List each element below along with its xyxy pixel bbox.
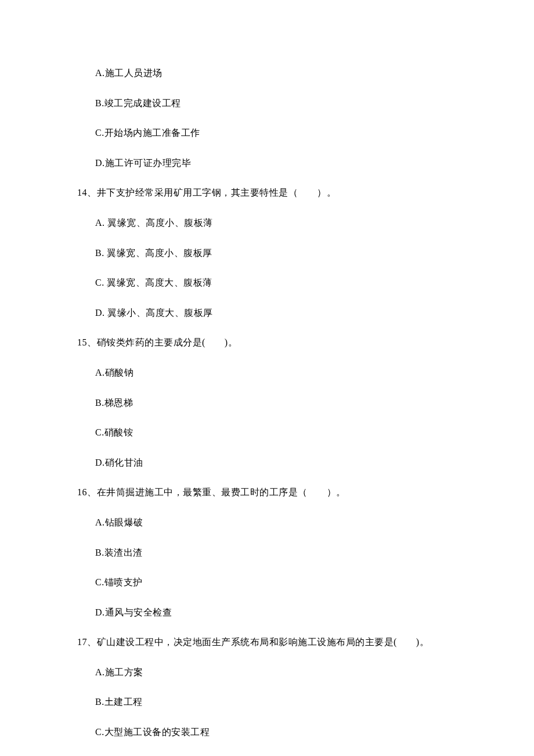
q14-option-c: C. 翼缘宽、高度大、腹板薄 <box>95 275 457 290</box>
q14-option-a: A. 翼缘宽、高度小、腹板薄 <box>95 215 457 231</box>
q15-option-c: C.硝酸铵 <box>95 425 457 440</box>
q16-text: 16、在井筒掘进施工中，最繁重、最费工时的工序是（ ）。 <box>77 485 457 500</box>
q17-option-b: B.土建工程 <box>95 694 457 710</box>
q17-option-c: C.大型施工设备的安装工程 <box>95 725 457 740</box>
q15-text: 15、硝铵类炸药的主要成分是( )。 <box>77 335 457 350</box>
q17-text: 17、矿山建设工程中，决定地面生产系统布局和影响施工设施布局的主要是( )。 <box>77 635 457 650</box>
q13-option-d: D.施工许可证办理完毕 <box>95 156 457 171</box>
q13-option-c: C.开始场内施工准备工作 <box>95 125 457 141</box>
q17-option-a: A.施工方案 <box>95 665 457 680</box>
q16-option-a: A.钻眼爆破 <box>95 515 457 530</box>
q15-option-a: A.硝酸钠 <box>95 365 457 380</box>
document-content: A.施工人员进场 B.竣工完成建设工程 C.开始场内施工准备工作 D.施工许可证… <box>0 0 534 756</box>
q16-option-c: C.锚喷支护 <box>95 575 457 590</box>
q13-option-b: B.竣工完成建设工程 <box>95 96 457 111</box>
q14-option-b: B. 翼缘宽、高度小、腹板厚 <box>95 246 457 261</box>
q14-text: 14、井下支护经常采用矿用工字钢，其主要特性是（ ）。 <box>77 185 457 200</box>
q15-option-d: D.硝化甘油 <box>95 455 457 470</box>
q16-option-b: B.装渣出渣 <box>95 545 457 560</box>
q13-option-a: A.施工人员进场 <box>95 66 457 81</box>
q14-option-d: D. 翼缘小、高度大、腹板厚 <box>95 305 457 321</box>
q16-option-d: D.通风与安全检查 <box>95 605 457 620</box>
q15-option-b: B.梯恩梯 <box>95 395 457 411</box>
